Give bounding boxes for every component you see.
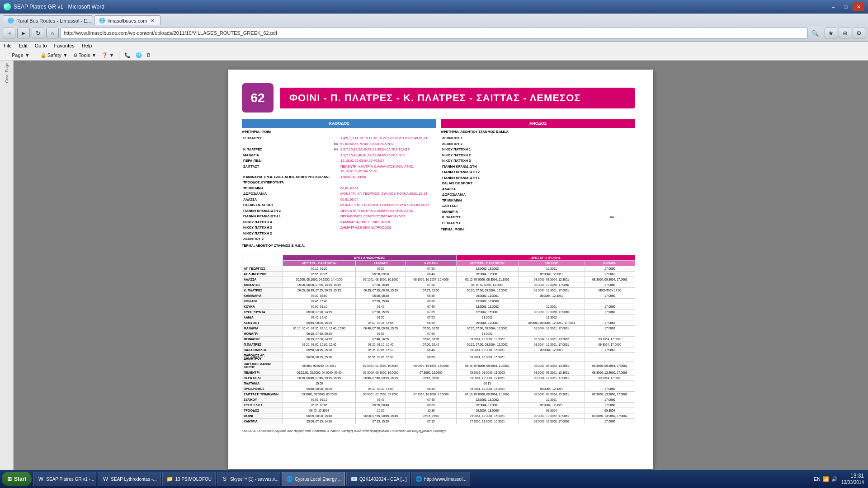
table-row: ΝΙΚΟΥ ΠΑΤΤΙΧΗ 2 xyxy=(242,231,436,237)
ret-sun-cell: 08:3060, 09:3064, 17:0062 xyxy=(585,277,635,282)
browser-tab-1[interactable]: 🌐 limasolbuses.com ✕ xyxy=(94,15,160,25)
schedule-row: ΦΟΙΝΙ 06:05, 08:00, 15:40 06:30, 07:15, … xyxy=(242,413,635,419)
toolbar-sep-2 xyxy=(119,51,119,59)
toolbar-safety[interactable]: 🔒 Safety ▼ xyxy=(38,52,70,59)
menu-help[interactable]: Help xyxy=(81,42,93,49)
toolbar-page[interactable]: 📄 Page ▼ xyxy=(3,52,32,59)
schedule-row: ΤΡΕΙΣ ΕΛΙΕΣ 05:35, 08:05 05:35, 08:40 06… xyxy=(242,403,635,408)
taskbar-item-0[interactable]: W SEAP Platres GR v1 -... xyxy=(33,472,96,486)
menu-favorites[interactable]: Favorites xyxy=(53,42,75,49)
dep-wd-cell: 05:560, 08:1060, 04:3550, 14:40/50 xyxy=(283,277,356,282)
kato-table: Π.ΠΛΑΤΡΕΣ1,4,5,7,9,14,15,16,17,18,19,22,… xyxy=(242,136,436,242)
pdf-viewport[interactable]: 62 ΦΟΙΝΙ - Π. ΠΛΑΤΡΕΣ - Κ. ΠΛΑΤΡΕΣ - ΣΑΙ… xyxy=(14,61,868,478)
stop-name-cell: ΠΛΑΤΑΝΙΑ xyxy=(242,381,283,386)
toolbar-tools[interactable]: ⚙ Tools ▼ xyxy=(71,52,99,59)
browser-chrome: 🌐 Rural Bus Routes - Limassol - E... ✕ 🌐… xyxy=(0,14,868,42)
taskbar-icon-2: 📁 xyxy=(166,475,174,483)
bing-btn[interactable]: B xyxy=(145,52,152,59)
ret-wd-cell: 06:15, 07:00, 09:3064, 12:3062 xyxy=(456,342,518,347)
dep-sun-cell xyxy=(406,381,456,386)
menu-goto[interactable]: Go to xyxy=(34,42,48,49)
schedule-row: ΜΟΝΙΑΤΗΣ 06:15, 07:00, 14:55 07:40, 16:0… xyxy=(242,337,635,342)
ret-sun-cell: 17:0060 xyxy=(585,266,635,272)
ret-wd-cell: 13:3062 xyxy=(456,331,518,337)
menu-file[interactable]: File xyxy=(3,42,13,49)
skype-btn[interactable]: 📞 xyxy=(123,52,132,59)
translate-btn[interactable]: 🌐 xyxy=(134,52,144,59)
taskbar-item-6[interactable]: 🌐 http://www.limassol... xyxy=(411,472,470,486)
ret-sat-cell: 08:3060, 13:3060, 17:0060 xyxy=(518,419,585,424)
tools-btn[interactable]: ⚙ xyxy=(853,28,865,38)
taskbar-item-5[interactable]: 📧 Q2K1402024 - CEA [...] xyxy=(346,472,410,486)
route-number: 62 xyxy=(242,83,274,113)
volume-icon: 🔊 xyxy=(831,476,838,482)
dep-sat-cell: 05:55, 09:05, 15:30 xyxy=(356,353,406,361)
dep-sun-cell: 07:30, 10:55 xyxy=(406,326,456,331)
refresh-button[interactable]: ↻ xyxy=(32,28,44,38)
lang-indicator: EN xyxy=(814,476,821,482)
dep-sat-cell: 07:1551, 08:1060, 10:1660 xyxy=(356,277,406,282)
ano-start: ΑΦΕΤΗΡΙΑ: ΛΕΟΝΤΙΟΥ ΣΤΑΘΜΟΣ Ε.Μ.Ε.Λ. xyxy=(441,130,635,135)
dep-sat-cell: 05:30, 09:00 xyxy=(356,272,406,277)
dep-wd-cell: 15:00 xyxy=(283,381,356,386)
stop-name-cell: ΑΜΙΑΝΤΟΣ xyxy=(242,282,283,288)
minimize-button[interactable]: – xyxy=(827,2,839,11)
ret-sat-header: ΣΑΒΒΑΤΟ xyxy=(518,261,585,266)
favorites-star[interactable]: ★ xyxy=(825,28,837,38)
home-button[interactable]: ⌂ xyxy=(46,28,59,38)
ret-sun-cell xyxy=(585,353,635,361)
taskbar-item-3[interactable]: S Skype™ [1] - savvas.v... xyxy=(217,472,280,486)
ret-sat-cell: 08:3060, 13:3062, 17:0061 xyxy=(518,413,585,419)
dep-wd-cell: 05:55, 08:25 xyxy=(283,272,356,277)
stop-name-cell: ΚΥΠΕΡΟΥΝΤΑ xyxy=(242,310,283,315)
ano-end: ΤΕΡΜΑ: ΦΟΙΝΙ xyxy=(441,227,635,232)
dep-sun-cell: 07:15, 15:40 xyxy=(406,413,456,419)
ret-wd-cell: 06:15, 07:00, 09:3064, 12:3061 xyxy=(456,326,518,331)
add-favorites[interactable]: ⊕ xyxy=(839,28,851,38)
tab-close-1[interactable]: ✕ xyxy=(149,18,156,24)
ret-sat-cell: 09:3064, 12:3061, 13:3062 xyxy=(518,337,585,342)
dep-wd-cell: 06:05, 08:00, 15:40 xyxy=(283,413,356,419)
go-button[interactable]: 🔍 xyxy=(810,28,821,38)
ret-sun-cell: 09:3064, 17:0060 xyxy=(585,337,635,342)
dep-wd-cell: 05:00, 07:15, 14:10 xyxy=(283,419,356,424)
ret-wd-cell: 06:15, 07:0060, 09:3064, 11:3062 xyxy=(456,361,518,370)
ret-sun-cell: 17:0061 xyxy=(585,347,635,353)
stop-name-cell: ΠΕΛΕΝΤΡΙ xyxy=(242,370,283,375)
forward-button[interactable]: ► xyxy=(17,28,30,38)
dep-sat-cell: 06:40, 07:30, 09:30, 15:55 xyxy=(356,326,406,331)
route-title: ΦΟΙΝΙ - Π. ΠΛΑΤΡΕΣ - Κ. ΠΛΑΤΡΕΣ - ΣΑΙΤΤΑ… xyxy=(280,88,635,108)
kato-header: ΚΑΘΟΔΟΣ xyxy=(242,119,436,128)
ret-sun-cell: 17:0060 xyxy=(585,419,635,424)
taskbar-item-1[interactable]: W SEAP Lythrodontas -... xyxy=(98,472,160,486)
close-button[interactable]: ✕ xyxy=(853,2,864,11)
toolbar-sep-1 xyxy=(35,51,35,59)
taskbar-label-2: 13 PSIMOLOFOU xyxy=(175,477,212,482)
ret-wd-cell: 09:3061, 12:3061, 15:3061 xyxy=(456,353,518,361)
taskbar-item-4[interactable]: 🌐 Cyprus Local Energy ... xyxy=(282,472,345,486)
schedule-row: ΛΕΜΥΘΟΥ 05:45, 08:05, 15:05 05:40, 08:35… xyxy=(242,320,635,326)
dep-sun-cell: 06:30 xyxy=(406,386,456,392)
dep-sun-cell: 06:30 xyxy=(406,293,456,299)
dep-sun-cell: 07:15 xyxy=(406,419,456,424)
ret-wd-cell: 09:3064, 12:3061, 13:3062 xyxy=(456,337,518,342)
title-bar: W SEAP Platres GR v1 - Microsoft Word – … xyxy=(0,0,868,14)
table-row: ΝΙΚΟΥ ΠΑΤΤΙΧΗ 2 xyxy=(441,153,635,159)
ret-sun-cell: 17:0060 xyxy=(585,397,635,403)
browser-tab-0[interactable]: 🌐 Rural Bus Routes - Limassol - E... ✕ xyxy=(3,15,93,25)
ret-sun-cell: 17:0062 xyxy=(585,320,635,326)
ret-wd-cell: 06:15, 07:0060, 13:3062 xyxy=(456,282,518,288)
address-bar[interactable] xyxy=(61,28,808,38)
ret-sat-cell: 08:3060, 09:3064, 13:3061 xyxy=(518,361,585,370)
taskbar-icon-0: W xyxy=(37,475,44,483)
menu-edit[interactable]: Edit xyxy=(18,42,28,49)
maximize-button[interactable]: □ xyxy=(840,2,852,11)
table-row: ΛΕΟΝΤΙΟΥ 1 xyxy=(441,136,635,141)
back-button[interactable]: ◄ xyxy=(3,28,15,38)
ret-sat-cell xyxy=(518,331,585,337)
dep-sat-cell: 05:35, 09:05, 15:10 xyxy=(356,347,406,353)
start-button[interactable]: ⊞ Start xyxy=(2,472,32,486)
ret-sat-cell: 09:3064, 12:3061, 17:0061 xyxy=(518,288,585,293)
toolbar-help[interactable]: ❓ ▼ xyxy=(100,52,116,59)
taskbar-item-2[interactable]: 📁 13 PSIMOLOFOU xyxy=(162,472,216,486)
